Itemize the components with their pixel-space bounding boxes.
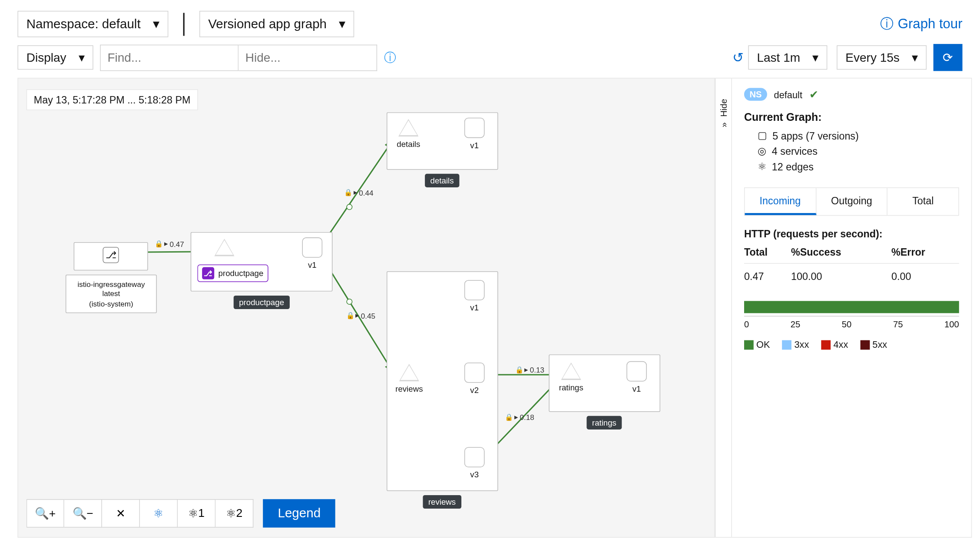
node-ingress-gateway-label: istio-ingressgateway latest (istio-syste…: [66, 275, 157, 313]
edge-label: 🔒▸0.13: [515, 365, 545, 374]
status-ok-icon: ✔: [809, 88, 818, 101]
legend-button[interactable]: Legend: [263, 499, 335, 527]
time-range-chip: May 13, 5:17:28 PM ... 5:18:28 PM: [26, 89, 198, 110]
node-reviews-v1[interactable]: v1: [464, 280, 485, 313]
http-section-title: HTTP (requests per second):: [744, 228, 959, 239]
tab-outgoing[interactable]: Outgoing: [816, 188, 887, 215]
http-bar-chart: 0255075100 OK 3xx 4xx 5xx: [744, 301, 959, 350]
col-success: %Success: [791, 246, 891, 263]
hide-panel-handle[interactable]: Hide »: [716, 78, 732, 537]
fit-icon: ✕: [116, 506, 126, 521]
virtualservice-badge[interactable]: ⎇productpage: [197, 264, 268, 282]
swatch-5xx: [860, 340, 870, 350]
zoom-in-icon: 🔍+: [35, 506, 56, 521]
fit-button[interactable]: ✕: [102, 499, 140, 527]
node-productpage-service[interactable]: [214, 237, 235, 258]
group-productpage-label: productpage: [234, 296, 290, 309]
node-reviews-v3[interactable]: v3: [464, 447, 485, 479]
graph-icon: ⚛: [153, 506, 163, 521]
swatch-ok: [744, 340, 754, 350]
col-total: Total: [744, 246, 791, 263]
edge-label: 🔒▸0.47: [155, 240, 184, 248]
group-ratings-label: ratings: [586, 416, 622, 429]
find-input[interactable]: [100, 44, 238, 71]
services-icon: ◎: [758, 145, 766, 157]
tab-total[interactable]: Total: [887, 188, 958, 215]
svg-point-11: [347, 204, 352, 210]
layout-2-button[interactable]: ⚛ 2: [215, 499, 253, 527]
bar-legend: OK 3xx 4xx 5xx: [744, 339, 959, 350]
refresh-icon: ⟳: [943, 50, 953, 65]
svg-point-12: [347, 299, 352, 304]
canvas-controls: 🔍+ 🔍− ✕ ⚛ ⚛ 1 ⚛ 2 Legend: [26, 499, 336, 527]
edge-label: 🔒▸0.18: [505, 413, 534, 421]
group-details-label: details: [425, 174, 459, 187]
node-ratings-service[interactable]: ratings: [559, 361, 583, 393]
namespace-name: default: [774, 89, 802, 100]
layout-default-button[interactable]: ⚛: [140, 499, 178, 527]
replay-icon[interactable]: ↺: [732, 50, 744, 66]
chevron-down-icon: ▾: [912, 50, 918, 65]
graph-icon: ⚛: [226, 506, 236, 521]
namespace-dropdown[interactable]: Namespace: default▾: [17, 11, 168, 37]
zoom-out-button[interactable]: 🔍−: [64, 499, 102, 527]
info-icon[interactable]: ⓘ: [384, 50, 396, 66]
side-panel: Hide » NS default ✔ Current Graph: ▢5 ap…: [715, 78, 972, 538]
divider: [183, 13, 185, 36]
hide-input[interactable]: [238, 44, 377, 71]
chevron-down-icon: ▾: [339, 16, 346, 32]
node-reviews-service[interactable]: reviews: [395, 363, 423, 394]
zoom-out-icon: 🔍−: [73, 506, 93, 521]
group-reviews-label: reviews: [423, 495, 461, 509]
graph-stats-list: ▢5 apps (7 versions) ◎4 services ⚛12 edg…: [744, 129, 959, 173]
ns-badge: NS: [744, 88, 767, 101]
bar-axis: 0255075100: [744, 316, 959, 330]
apps-icon: ▢: [758, 129, 767, 141]
edge-label: 🔒▸0.45: [346, 311, 376, 320]
chevron-down-icon: ▾: [79, 50, 85, 65]
time-range-dropdown[interactable]: Last 1m▾: [748, 45, 827, 70]
graph-tour-link[interactable]: ⓘ Graph tour: [880, 15, 962, 33]
graph-canvas[interactable]: May 13, 5:17:28 PM ... 5:18:28 PM: [17, 78, 715, 538]
chevron-down-icon: ▾: [812, 50, 818, 65]
zoom-in-button[interactable]: 🔍+: [26, 499, 64, 527]
current-graph-header: Current Graph:: [744, 112, 959, 124]
swatch-4xx: [821, 340, 831, 350]
gateway-icon: ⎇: [103, 247, 119, 263]
traffic-tabs: Incoming Outgoing Total: [744, 187, 959, 216]
graph-icon: ⚛: [188, 506, 198, 521]
node-reviews-v2[interactable]: v2: [464, 363, 485, 395]
edge-label: 🔒▸0.44: [344, 188, 374, 197]
toolbar-row-1: Namespace: default▾ Versioned app graph▾…: [0, 0, 980, 44]
vs-icon: ⎇: [202, 267, 214, 280]
chevron-down-icon: ▾: [153, 16, 160, 32]
node-ingress-gateway[interactable]: ⎇: [74, 242, 148, 270]
refresh-button[interactable]: ⟳: [934, 44, 963, 71]
help-icon: ⓘ: [880, 15, 894, 33]
http-table: Total %Success %Error 0.47 100.00 0.00: [744, 246, 959, 282]
edges-icon: ⚛: [758, 160, 766, 173]
swatch-3xx: [782, 340, 791, 350]
col-error: %Error: [891, 246, 959, 263]
table-row: 0.47 100.00 0.00: [744, 263, 959, 282]
node-ratings-v1[interactable]: v1: [626, 361, 647, 394]
node-productpage-v1[interactable]: v1: [302, 237, 322, 270]
node-details-v1[interactable]: v1: [464, 118, 485, 150]
chevron-right-icon: »: [718, 122, 728, 127]
display-dropdown[interactable]: Display▾: [17, 45, 93, 70]
layout-1-button[interactable]: ⚛ 1: [178, 499, 215, 527]
refresh-interval-dropdown[interactable]: Every 15s▾: [837, 45, 927, 70]
bar-track: [744, 301, 959, 313]
node-details-service[interactable]: details: [397, 118, 420, 149]
namespace-header: NS default ✔: [744, 88, 959, 101]
tab-incoming[interactable]: Incoming: [745, 188, 816, 215]
toolbar-row-2: Display▾ ⓘ ↺ Last 1m▾ Every 15s▾ ⟳: [0, 44, 980, 78]
graph-type-dropdown[interactable]: Versioned app graph▾: [199, 11, 354, 37]
